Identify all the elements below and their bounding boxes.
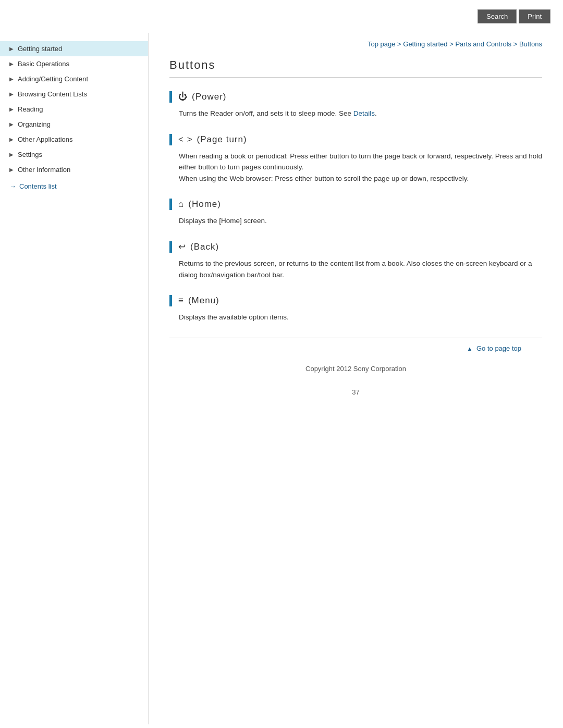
section-bar xyxy=(169,134,172,145)
breadcrumb: Top page > Getting started > Parts and C… xyxy=(169,33,542,58)
sidebar-item-adding-getting-content[interactable]: ▶ Adding/Getting Content xyxy=(0,71,148,87)
breadcrumb-top[interactable]: Top page xyxy=(368,40,396,48)
section-home-title: ⌂ (Home) xyxy=(169,199,542,210)
section-page-turn-title: < > (Page turn) xyxy=(169,134,542,145)
layout: ▶ Getting started ▶ Basic Operations ▶ A… xyxy=(0,33,563,724)
breadcrumb-getting-started[interactable]: Getting started xyxy=(403,40,447,48)
arrow-icon: ▶ xyxy=(9,152,14,157)
section-bar xyxy=(169,295,172,306)
breadcrumb-sep3: > xyxy=(513,40,519,48)
back-icon: ↩ xyxy=(178,241,186,252)
sidebar-label: Basic Operations xyxy=(18,60,69,68)
header: Reader™ User Guide Search Print xyxy=(0,0,563,33)
page-heading: Buttons xyxy=(169,58,542,78)
section-page-turn-label: (Page turn) xyxy=(197,134,247,145)
sidebar: ▶ Getting started ▶ Basic Operations ▶ A… xyxy=(0,33,149,724)
section-menu-label: (Menu) xyxy=(188,295,219,306)
section-power-desc: Turns the Reader on/off, and sets it to … xyxy=(179,108,542,119)
sidebar-item-browsing-content-lists[interactable]: ▶ Browsing Content Lists xyxy=(0,87,148,102)
section-menu-title: ≡ (Menu) xyxy=(169,295,542,306)
sidebar-item-settings[interactable]: ▶ Settings xyxy=(0,147,148,162)
footer-bar: ▲ Go to page top xyxy=(169,338,542,359)
arrow-right-icon: → xyxy=(9,182,16,190)
section-home: ⌂ (Home) Displays the [Home] screen. xyxy=(169,199,542,227)
sidebar-label: Other Applications xyxy=(18,135,73,143)
header-buttons: Search Print xyxy=(478,9,550,23)
arrow-icon: ▶ xyxy=(9,106,14,112)
sidebar-label: Getting started xyxy=(18,45,62,53)
section-home-desc: Displays the [Home] screen. xyxy=(179,215,542,227)
section-back: ↩ (Back) Returns to the previous screen,… xyxy=(169,241,542,280)
section-back-label: (Back) xyxy=(190,242,219,252)
sidebar-item-organizing[interactable]: ▶ Organizing xyxy=(0,117,148,132)
page-turn-icon: < > xyxy=(178,134,193,145)
sidebar-item-getting-started[interactable]: ▶ Getting started xyxy=(0,41,148,56)
breadcrumb-current: Buttons xyxy=(519,40,542,48)
app-title: Reader™ User Guide xyxy=(13,10,155,23)
sidebar-label: Reading xyxy=(18,105,43,113)
section-bar xyxy=(169,91,172,103)
sidebar-item-other-information[interactable]: ▶ Other Information xyxy=(0,162,148,177)
arrow-icon: ▶ xyxy=(9,91,14,97)
section-power-label: (Power) xyxy=(192,92,227,102)
print-button[interactable]: Print xyxy=(519,9,550,23)
go-to-top-label: Go to page top xyxy=(476,344,521,352)
sidebar-item-basic-operations[interactable]: ▶ Basic Operations xyxy=(0,56,148,71)
breadcrumb-sep1: > xyxy=(397,40,403,48)
power-icon: ⏻ xyxy=(178,92,188,102)
section-menu: ≡ (Menu) Displays the available option i… xyxy=(169,295,542,323)
section-page-turn: < > (Page turn) When reading a book or p… xyxy=(169,134,542,184)
home-icon: ⌂ xyxy=(178,199,184,209)
section-back-desc: Returns to the previous screen, or retur… xyxy=(179,258,542,280)
section-bar xyxy=(169,199,172,210)
section-bar xyxy=(169,241,172,253)
section-power: ⏻ (Power) Turns the Reader on/off, and s… xyxy=(169,91,542,119)
copyright: Copyright 2012 Sony Corporation xyxy=(169,359,542,385)
contents-link-label: Contents list xyxy=(19,182,57,190)
breadcrumb-parts-controls[interactable]: Parts and Controls xyxy=(455,40,511,48)
arrow-icon: ▶ xyxy=(9,76,14,82)
sidebar-item-reading[interactable]: ▶ Reading xyxy=(0,102,148,117)
section-page-turn-desc: When reading a book or periodical: Press… xyxy=(179,151,542,184)
section-home-label: (Home) xyxy=(188,199,221,209)
sidebar-item-other-applications[interactable]: ▶ Other Applications xyxy=(0,132,148,147)
details-link[interactable]: Details xyxy=(353,109,375,117)
section-back-title: ↩ (Back) xyxy=(169,241,542,253)
section-power-title: ⏻ (Power) xyxy=(169,91,542,103)
menu-icon: ≡ xyxy=(178,295,184,306)
search-button[interactable]: Search xyxy=(478,9,517,23)
arrow-icon: ▶ xyxy=(9,121,14,127)
sidebar-label: Settings xyxy=(18,151,42,158)
sidebar-label: Browsing Content Lists xyxy=(18,90,87,98)
main-content: Top page > Getting started > Parts and C… xyxy=(149,33,563,724)
section-menu-desc: Displays the available option items. xyxy=(179,312,542,323)
triangle-up-icon: ▲ xyxy=(467,346,472,352)
arrow-icon: ▶ xyxy=(9,61,14,67)
contents-list-link[interactable]: → Contents list xyxy=(0,177,148,193)
arrow-icon: ▶ xyxy=(9,137,14,142)
page-number: 37 xyxy=(169,385,542,406)
go-to-top-link[interactable]: ▲ Go to page top xyxy=(467,344,521,352)
sidebar-label: Other Information xyxy=(18,166,70,174)
sidebar-label: Adding/Getting Content xyxy=(18,75,88,83)
breadcrumb-sep2: > xyxy=(449,40,455,48)
arrow-icon: ▶ xyxy=(9,167,14,172)
arrow-icon: ▶ xyxy=(9,46,14,52)
sidebar-label: Organizing xyxy=(18,120,51,128)
